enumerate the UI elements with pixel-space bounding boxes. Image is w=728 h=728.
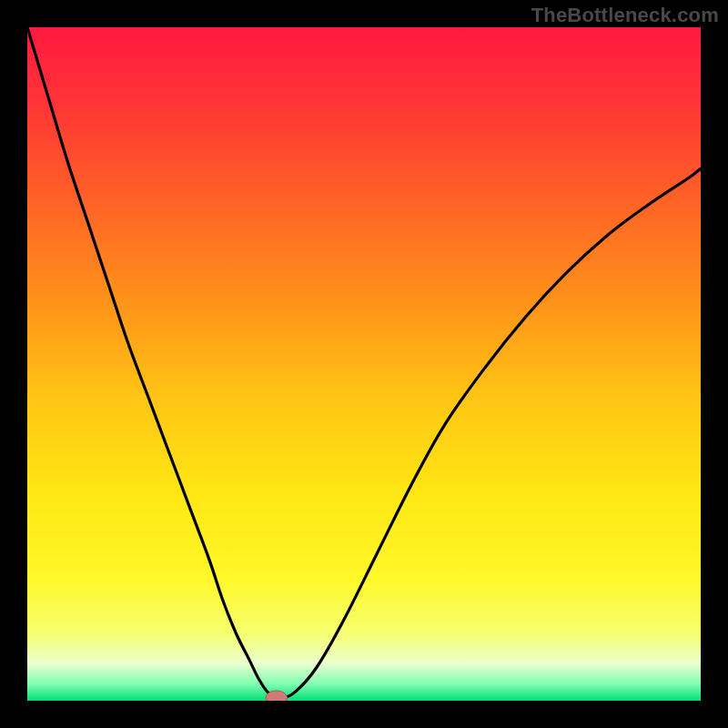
chart-frame: TheBottleneck.com [0, 0, 728, 728]
watermark-text: TheBottleneck.com [531, 4, 719, 27]
gradient-background [27, 27, 701, 701]
plot-area [27, 27, 701, 701]
chart-svg [27, 27, 701, 701]
